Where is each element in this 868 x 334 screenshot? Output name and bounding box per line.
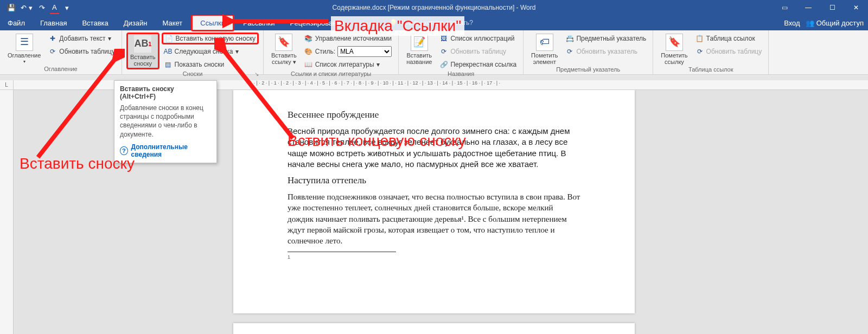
style-select[interactable]: MLA (337, 46, 392, 57)
tab-mailings[interactable]: Рассылки (235, 15, 282, 30)
tab-home[interactable]: Главная (33, 15, 74, 30)
share-label: Общий доступ (816, 19, 864, 27)
tell-me-label: Что вы хотите сделать? (401, 19, 473, 27)
illustration-list-button[interactable]: 🖼Список иллюстраций (437, 33, 519, 44)
window-title: Содержание.docx [Режим ограниченной функ… (333, 4, 536, 11)
style-icon: 🎨 (304, 47, 313, 56)
redo-button[interactable]: ↷ (35, 1, 49, 14)
doc-heading-2: Наступила оттепель (288, 175, 580, 186)
toa-icon: 📋 (695, 34, 704, 43)
chevron-down-icon: ▾ (23, 60, 25, 65)
doc-heading-1: Весеннее пробуждение (288, 110, 580, 120)
bibliography-button[interactable]: 📖Список литературы ▾ (302, 59, 394, 70)
insert-footnote-label: Вставитьсноску (130, 54, 156, 67)
update-toc-button[interactable]: ⟳Обновить таблицу (46, 46, 117, 57)
footnote-tooltip: Вставить сноску (Alt+Ctrl+F) Добавление … (114, 80, 217, 163)
vertical-ruler[interactable] (0, 90, 14, 334)
ruler-ticks: · 1 · | · 2 · | · 1 · | · 2 · | · 3 · | … (247, 80, 500, 86)
show-footnotes-button[interactable]: ▤Показать сноски (162, 59, 259, 70)
update-index-button[interactable]: ⟳Обновить указатель (563, 46, 648, 57)
group-citations: 🔖 Вставитьссылку ▾ 📚Управление источника… (264, 30, 399, 74)
ruler-corner: L (0, 80, 14, 90)
show-notes-icon: ▤ (164, 60, 173, 69)
insert-caption-button[interactable]: 📝 Вставитьназвание (403, 33, 435, 66)
update-toa-label: Обновить таблицу (706, 48, 762, 55)
tab-layout[interactable]: Макет (155, 15, 190, 30)
undo-button[interactable]: ↶ ▾ (20, 1, 34, 14)
add-text-button[interactable]: ✚Добавить текст ▾ (46, 33, 117, 44)
footnote-marker: 1 (288, 254, 580, 260)
footnote-separator (288, 252, 396, 252)
tell-me-box[interactable]: 💡 Что вы хотите сделать? (380, 15, 473, 30)
insert-caption-label: Вставитьназвание (406, 52, 432, 65)
insert-index-button[interactable]: 📇Предметный указатель (563, 33, 648, 44)
toc-button[interactable]: ☰ Оглавление ▾ (4, 33, 44, 66)
biblio-icon: 📖 (304, 60, 313, 69)
add-text-icon: ✚ (48, 34, 57, 43)
next-footnote-label: Следующая сноска (175, 48, 233, 55)
insert-toa-button[interactable]: 📋Таблица ссылок (693, 33, 764, 44)
minimize-button[interactable]: — (796, 0, 820, 15)
update-icon: ⟳ (48, 47, 57, 56)
quick-access-toolbar: 💾 ↶ ▾ ↷ A ▾ (0, 1, 74, 14)
page-1[interactable]: Весеннее пробуждение Весной природа проб… (233, 90, 635, 313)
tooltip-body: Добавление сноски в конец страницы с под… (120, 104, 211, 139)
citation-style-dropdown[interactable]: 🎨 Стиль: MLA (302, 46, 394, 57)
update-toc-label: Обновить таблицу (59, 48, 115, 55)
ribbon-options-icon[interactable]: ▭ (773, 0, 796, 15)
insert-citation-label: Вставитьссылку ▾ (271, 52, 297, 65)
update-cap-icon: ⟳ (439, 47, 448, 56)
mark-citation-button[interactable]: 🔖 Пометитьссылку (658, 33, 691, 66)
insert-endnote-label: Вставить концевую сноску (176, 35, 256, 42)
next-footnote-button[interactable]: ABСледующая сноска ▾ (162, 46, 259, 57)
tab-insert[interactable]: Вставка (74, 15, 116, 30)
group-toc: ☰ Оглавление ▾ ✚Добавить текст ▾ ⟳Обнови… (0, 30, 122, 74)
biblio-label: Список литературы (315, 61, 374, 68)
mark-entry-button[interactable]: 🏷 Пометитьэлемент (528, 33, 561, 66)
window-controls: ▭ — ☐ ✕ (773, 0, 868, 15)
insert-endnote-button[interactable]: 📄Вставить концевую сноску (162, 33, 259, 44)
ribbon: ☰ Оглавление ▾ ✚Добавить текст ▾ ⟳Обнови… (0, 30, 868, 75)
cross-reference-button[interactable]: 🔗Перекрестная ссылка (437, 59, 519, 70)
group-toa: 🔖 Пометитьссылку 📋Таблица ссылок ⟳Обнови… (653, 30, 769, 74)
insert-citation-button[interactable]: 🔖 Вставитьссылку ▾ (268, 33, 300, 66)
footnotes-dialog-launcher[interactable]: ↘ (254, 71, 259, 77)
qat-customize[interactable]: ▾ (60, 1, 74, 14)
share-button[interactable]: 👥 Общий доступ (806, 19, 864, 27)
manage-sources-icon: 📚 (304, 34, 313, 43)
update-index-icon: ⟳ (565, 47, 574, 56)
footnote-icon: AB1 (134, 35, 151, 53)
group-index: 🏷 Пометитьэлемент 📇Предметный указатель … (524, 30, 653, 74)
close-button[interactable]: ✕ (844, 0, 868, 15)
index-label: Предметный указатель (576, 35, 646, 42)
update-captions-button[interactable]: ⟳Обновить таблицу (437, 46, 519, 57)
tab-file[interactable]: Файл (0, 15, 33, 30)
group-captions: 📝 Вставитьназвание 🖼Список иллюстраций ⟳… (399, 30, 524, 74)
doc-para-2: Появление подснежников означает, что вес… (288, 191, 580, 246)
manage-sources-label: Управление источниками (315, 35, 392, 42)
group-footnotes: AB1 Вставитьсноску 📄Вставить концевую сн… (122, 30, 264, 74)
crossref-label: Перекрестная ссылка (450, 61, 516, 68)
page-2[interactable] (233, 323, 635, 334)
save-button[interactable]: 💾 (4, 1, 18, 14)
manage-sources-button[interactable]: 📚Управление источниками (302, 33, 394, 44)
illust-label: Список иллюстраций (450, 35, 514, 42)
doc-para-1: Весной природа пробуждается после долгог… (288, 126, 580, 170)
update-cap-label: Обновить таблицу (450, 48, 506, 55)
font-color-icon[interactable]: A (50, 1, 59, 14)
update-toa-button[interactable]: ⟳Обновить таблицу (693, 46, 764, 57)
tab-review[interactable]: Рецензирование (282, 15, 352, 30)
ribbon-tabs: Файл Главная Вставка Дизайн Макет Ссылки… (0, 15, 868, 30)
sign-in-button[interactable]: Вход (784, 19, 800, 27)
tab-design[interactable]: Дизайн (116, 15, 155, 30)
help-icon: ? (120, 146, 128, 155)
tab-view[interactable]: Вид (352, 15, 380, 30)
title-bar: 💾 ↶ ▾ ↷ A ▾ Содержание.docx [Режим огран… (0, 0, 868, 15)
tab-references[interactable]: Ссылки (191, 14, 234, 31)
mark-citation-label: Пометитьссылку (661, 52, 687, 65)
index-icon: 📇 (565, 34, 574, 43)
maximize-button[interactable]: ☐ (820, 0, 844, 15)
tooltip-link-label: Дополнительные сведения (131, 143, 211, 158)
insert-footnote-button[interactable]: AB1 Вставитьсноску (126, 33, 159, 69)
tooltip-help-link[interactable]: ?Дополнительные сведения (120, 143, 211, 158)
